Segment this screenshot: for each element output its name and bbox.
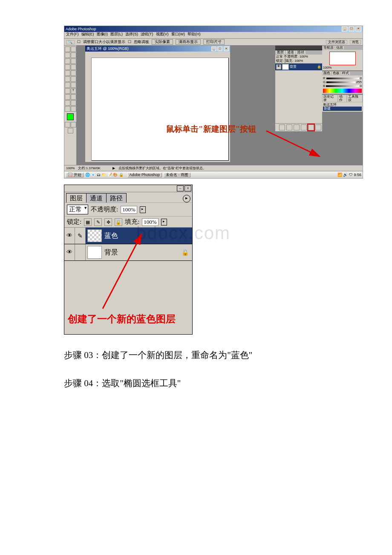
blur-tool[interactable] <box>65 82 70 88</box>
panel-menu-button[interactable]: ▸ <box>183 195 190 202</box>
screen-mode-full[interactable] <box>71 122 76 127</box>
lock-position-icon[interactable]: ✥ <box>104 218 112 226</box>
menu-image[interactable]: 图像(I) <box>97 32 108 38</box>
history-item-doc[interactable]: 奥运五环 <box>323 103 362 107</box>
tab-layers[interactable]: 图层 <box>66 193 86 202</box>
tab-channels[interactable]: 通道 <box>286 51 295 54</box>
doc-maximize[interactable]: □ <box>217 46 222 51</box>
marquee-tool[interactable] <box>65 46 70 52</box>
b-value[interactable]: 0 <box>360 84 362 88</box>
btn-fit-screen[interactable]: 满画布显示 <box>176 39 201 45</box>
tab-swatches[interactable]: 色板 <box>332 72 340 75</box>
opt-ignore[interactable]: 忽略调板 <box>134 40 149 44</box>
dodge-tool[interactable] <box>71 82 76 88</box>
pen-tool[interactable] <box>65 94 70 100</box>
type-tool[interactable]: T <box>71 88 76 94</box>
menu-help[interactable]: 帮助(H) <box>187 32 201 38</box>
g-slider[interactable] <box>326 81 355 83</box>
notes-tool[interactable] <box>65 100 70 106</box>
menu-layer[interactable]: 图层(L) <box>110 32 123 38</box>
menu-edit[interactable]: 编辑(E) <box>81 32 94 38</box>
status-zoom[interactable]: 100% <box>66 167 75 170</box>
path-tool[interactable] <box>65 88 70 94</box>
menu-file[interactable]: 文件(F) <box>66 32 79 38</box>
stamp-tool[interactable] <box>65 70 70 76</box>
history-brush-tool[interactable] <box>71 70 76 76</box>
tab-layers[interactable]: 图层 <box>276 51 285 54</box>
navigator-zoom[interactable]: 100% <box>323 66 331 69</box>
opt-resize[interactable]: 调整窗口大小以满屏显示 <box>83 40 125 44</box>
fill-value[interactable]: 100% <box>142 218 158 226</box>
tray-icons[interactable]: 📶 🔊 🛡 <box>337 173 353 177</box>
layer-mask-button[interactable] <box>286 124 292 130</box>
doc-close[interactable]: × <box>224 46 229 51</box>
layer-row-background[interactable]: 👁 背景 🔒 <box>275 63 322 70</box>
navigator-thumb[interactable] <box>329 52 356 65</box>
lock-transparency-icon[interactable]: ▦ <box>84 218 92 226</box>
eyedropper-tool[interactable] <box>71 100 76 106</box>
r-value[interactable]: 0 <box>360 77 362 80</box>
screen-mode-std[interactable] <box>65 122 70 127</box>
wand-tool[interactable] <box>71 52 76 58</box>
tab-paths[interactable]: 路径 <box>106 193 127 202</box>
layer-style-button[interactable] <box>279 124 285 130</box>
tab-history[interactable]: 历史记录 <box>323 95 337 102</box>
tab-tool-presets[interactable]: 工具预设 <box>347 95 362 102</box>
menu-view[interactable]: 视图(V) <box>156 32 169 38</box>
history-item-new[interactable]: 新建 <box>323 107 362 111</box>
layer-name-bg[interactable]: 背景 <box>104 248 118 257</box>
crop-tool[interactable] <box>65 58 70 64</box>
foreground-color-swatch[interactable] <box>67 113 74 120</box>
new-layer-button[interactable] <box>308 124 314 130</box>
link-icon[interactable]: ✎ <box>75 228 86 244</box>
r-slider[interactable] <box>326 78 359 79</box>
adjustment-layer-button[interactable] <box>301 124 307 130</box>
close-button[interactable]: × <box>355 26 361 32</box>
panel-close[interactable]: × <box>184 185 191 191</box>
layer-row-blue[interactable]: 👁 ✎ 蓝色 <box>64 228 192 244</box>
layer-row-background[interactable]: 👁 背景 🔒 <box>64 244 192 261</box>
maximize-button[interactable]: □ <box>349 26 355 32</box>
tab-navigator[interactable]: 导航器 <box>323 46 334 49</box>
tab-actions[interactable]: 动作 <box>338 95 346 102</box>
visibility-icon[interactable]: 👁 <box>64 228 75 244</box>
quicklaunch[interactable]: 🌐 📧 🗂 📁 📝 🎨 🔒 <box>85 173 126 177</box>
btn-print-size[interactable]: 打印尺寸 <box>203 39 225 45</box>
move-tool[interactable] <box>71 46 76 52</box>
zoom-tool-icon[interactable]: 🔍 <box>66 40 75 44</box>
jump-to-imageready[interactable] <box>68 128 73 133</box>
heal-tool[interactable] <box>65 64 70 70</box>
layer-name-blue[interactable]: 蓝色 <box>104 231 118 240</box>
blend-mode-dropdown[interactable]: 正常 <box>67 205 88 214</box>
taskbar-app-photoshop[interactable]: Adobe Photoshop <box>127 173 162 177</box>
lasso-tool[interactable] <box>65 52 70 58</box>
delete-layer-button[interactable] <box>315 124 321 130</box>
panel-minimize[interactable]: – <box>177 185 184 191</box>
blend-mode-dropdown[interactable]: 正常 <box>276 55 283 58</box>
hand-tool[interactable] <box>65 106 70 112</box>
visibility-icon[interactable]: 👁 <box>276 64 281 69</box>
tab-paths[interactable]: 路径 <box>296 51 306 54</box>
lock-paint-icon[interactable]: ✎ <box>94 218 102 226</box>
brush-tool[interactable] <box>71 64 76 70</box>
visibility-icon[interactable]: 👁 <box>64 244 75 260</box>
file-browser-tab[interactable]: 文件浏览器 <box>326 40 347 44</box>
slice-tool[interactable] <box>71 58 76 64</box>
gradient-tool[interactable] <box>71 76 76 82</box>
opacity-value[interactable]: 100% <box>121 206 137 214</box>
tab-color[interactable]: 颜色 <box>323 72 331 75</box>
doc-minimize[interactable]: _ <box>211 46 216 51</box>
menu-filter[interactable]: 滤镜(T) <box>141 32 153 38</box>
link-cell[interactable] <box>75 244 86 260</box>
taskbar-app-paint[interactable]: 未命名 - 画图 <box>164 173 190 177</box>
tab-styles[interactable]: 样式 <box>341 72 350 75</box>
layer-folder-button[interactable] <box>294 124 300 130</box>
btn-actual-pixels[interactable]: 实际像素 <box>152 39 173 45</box>
fill-value[interactable]: 100% <box>294 59 303 63</box>
menu-select[interactable]: 选择(S) <box>125 32 138 38</box>
start-button[interactable]: 🪟 开始 <box>66 173 84 177</box>
g-value[interactable]: 255 <box>356 81 362 84</box>
opacity-stepper[interactable]: ▸ <box>140 206 146 213</box>
canvas[interactable] <box>91 58 229 161</box>
tab-info[interactable]: 信息 <box>335 46 344 49</box>
